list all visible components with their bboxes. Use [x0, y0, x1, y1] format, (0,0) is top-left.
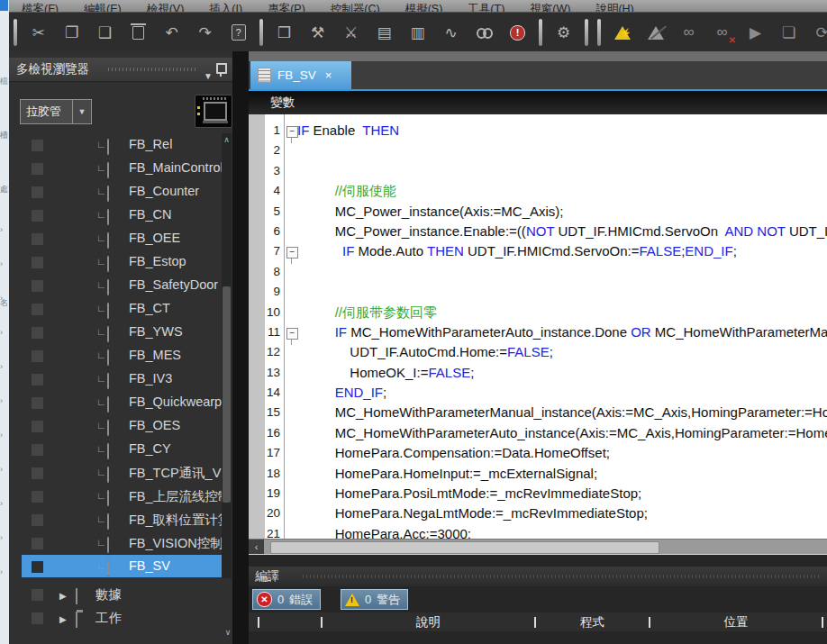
data-trace-icon[interactable]: ∿ [434, 17, 468, 48]
menu-item[interactable]: 視窗(W) [517, 2, 583, 12]
sidebar-item-fb_safetydoor[interactable]: ∟FB_SafetyDoor [9, 274, 232, 297]
scroll-left-icon[interactable]: ‹ [249, 540, 264, 554]
cut-icon[interactable]: ✂ [22, 17, 55, 48]
tree-elbow: ∟ [96, 209, 106, 220]
code-text: END_IF; [297, 385, 386, 400]
tool-cursor-icon[interactable]: ⚙ [547, 17, 580, 48]
menu-item[interactable]: 說明(H) [583, 2, 646, 12]
sidebar-item-fb_yws[interactable]: ∟FB_YWS [9, 321, 232, 344]
sidebar-item-fb_上层流线控制[interactable]: ∟FB_上层流线控制 [9, 485, 232, 508]
undo-icon[interactable]: ↶ [155, 17, 188, 48]
st-fb-icon [107, 163, 109, 177]
code-line: 13 HomeOK_I:=FALSE; [249, 364, 827, 384]
dropdown-arrow-icon: ▼ [72, 100, 91, 123]
help-search-icon[interactable]: ? [222, 17, 255, 48]
tab-close-icon[interactable]: × [325, 68, 332, 82]
tree-scrollbar[interactable]: ∧ [222, 133, 232, 578]
menu-item[interactable]: 檢視(V) [134, 2, 197, 12]
sync-icon[interactable]: ⟳ [805, 17, 827, 48]
paste-icon[interactable]: ❑ [88, 17, 122, 48]
sidebar-item-fb_estop[interactable]: ∟FB_Estop [9, 250, 232, 274]
pin-icon[interactable] [216, 63, 227, 74]
delete-icon[interactable] [122, 17, 155, 48]
search-icon[interactable] [468, 17, 501, 48]
sidebar-item-fb_maincontrol[interactable]: ∟FB_MainControl [9, 157, 232, 180]
scroll-up-icon[interactable]: ∧ [222, 133, 232, 146]
abort-build-icon[interactable]: ! [501, 17, 534, 48]
code-text: HomeOK_I:=FALSE; [297, 365, 474, 380]
item-label: FB_TCP通讯_V10 [129, 465, 223, 482]
errors-filter-button[interactable]: ✕ 0 錯誤 [252, 589, 321, 610]
variables-bar[interactable]: 變數 [249, 91, 827, 115]
sidebar-item-fb_取料位置计算[interactable]: ∟FB_取料位置计算 [9, 508, 232, 531]
copy-icon[interactable]: ❐ [55, 17, 88, 48]
sidebar-item-fb_tcp通讯_v10[interactable]: ∟FB_TCP通讯_V10 [9, 461, 232, 485]
tree-elbow: ∟ [96, 326, 106, 337]
menu-item[interactable]: 檔案(F) [9, 2, 71, 12]
sidebar-item-工作[interactable]: ▶工作 [9, 607, 232, 630]
code-line: 15 MC_HomeWithParameterManual_instance(A… [249, 404, 827, 423]
line-number: 15 [249, 405, 280, 419]
panel-splitter[interactable] [232, 51, 249, 644]
menu-bar: 檔案(F)編輯(E)檢視(V)插入(I)專案(P)控制器(C)模擬(S)工具(T… [9, 0, 827, 12]
sidebar-item-fb_quickwearpa[interactable]: ∟FB_Quickwearpa [9, 391, 232, 414]
tree-elbow: ∟ [96, 139, 106, 150]
expand-arrow-icon[interactable]: ▶ [59, 591, 67, 601]
warnings-filter-button[interactable]: ! 0 警告 [341, 589, 408, 610]
sidebar-item-fb_ct[interactable]: ∟FB_CT [9, 297, 232, 321]
item-label: FB_MES [129, 348, 181, 362]
sidebar-item-fb_sv[interactable]: ∟FB_SV [9, 555, 232, 578]
sidebar-item-fb_counter[interactable]: ∟FB_Counter [9, 180, 232, 204]
panel-chevron-down-icon[interactable]: ▼ [204, 65, 213, 88]
scrollbar-thumb[interactable] [223, 286, 231, 503]
code-editor[interactable]: 1−IF Enable THEN234 //伺服使能5 MC_Power_ins… [249, 114, 827, 539]
menu-item[interactable]: 專案(P) [255, 2, 318, 12]
transfer-icon[interactable]: ❏ [772, 17, 805, 48]
io-map-icon[interactable]: ▥ [401, 17, 434, 48]
monitor-icon[interactable]: ∞ [672, 17, 705, 48]
device-filter-dropdown[interactable]: 拉胶管 ▼ [20, 99, 92, 124]
menu-item[interactable]: 插入(I) [196, 2, 255, 12]
ladder-fb-icon [107, 467, 109, 482]
code-text: HomePara.Compensation:=Data.HomeOffset; [297, 445, 610, 460]
menu-item[interactable]: 工具(T) [455, 2, 517, 12]
editor-bottom-edge [249, 554, 827, 555]
horizontal-scrollbar[interactable]: ‹ [249, 539, 827, 555]
tab-fb-sv[interactable]: FB_SV × [250, 61, 351, 89]
controller-icon[interactable] [195, 95, 232, 128]
redo-icon[interactable]: ↷ [188, 17, 222, 48]
code-line: 20 HomePara.NegaLmtMode:=_mcRevImmediate… [249, 504, 827, 524]
watch-window-icon[interactable]: ▤ [368, 17, 401, 48]
st-document-icon [258, 68, 271, 83]
menu-item[interactable]: 模擬(S) [393, 2, 456, 12]
tree-elbow: ∟ [96, 349, 106, 360]
code-text: HomePara.HomeInput:=_mcExternalSignal; [297, 466, 597, 481]
ladder-fb-icon [107, 491, 109, 505]
sidebar-item-fb_oee[interactable]: ∟FB_OEE [9, 227, 232, 250]
code-text: //伺服使能 [297, 183, 396, 200]
sidebar-item-fb_rel[interactable]: ∟FB_Rel [9, 133, 232, 157]
menu-item[interactable]: 控制器(C) [318, 2, 393, 12]
code-line: 10 //伺服带参数回零 [249, 304, 827, 323]
rebuild-icon[interactable]: ⚔ [334, 17, 368, 48]
item-label: FB_Estop [129, 254, 186, 268]
sidebar-item-fb_mes[interactable]: ∟FB_MES [9, 344, 232, 367]
error-label: 錯誤 [289, 592, 313, 608]
code-line: 14 END_IF; [249, 384, 827, 404]
go-offline-icon[interactable] [639, 17, 672, 48]
build-icon[interactable]: ⚒ [301, 17, 334, 48]
sidebar-item-數據[interactable]: ▶數據 [9, 584, 232, 607]
hscrollbar-thumb[interactable] [270, 541, 659, 554]
sidebar-item-fb_cn[interactable]: ∟FB_CN [9, 204, 232, 227]
menu-item[interactable]: 編輯(E) [71, 2, 134, 12]
go-online-icon[interactable]: ⚡ [605, 17, 639, 48]
expand-arrow-icon[interactable]: ▶ [59, 614, 67, 624]
sidebar-item-fb_cy[interactable]: ∟FB_CY [9, 438, 232, 461]
stop-monitor-icon[interactable]: ∞✕ [705, 17, 739, 48]
sidebar-item-fb_oes[interactable]: ∟FB_OES [9, 414, 232, 438]
sidebar-item-fb_iv3[interactable]: ∟FB_IV3 [9, 367, 232, 391]
sidebar-item-fb_vision控制_[interactable]: ∟FB_VISION控制_ [9, 531, 232, 555]
window-cascade-icon[interactable]: ❒ [268, 17, 301, 48]
run-mode-icon[interactable]: ▶ [739, 17, 772, 48]
item-label: FB_Counter [129, 184, 199, 198]
